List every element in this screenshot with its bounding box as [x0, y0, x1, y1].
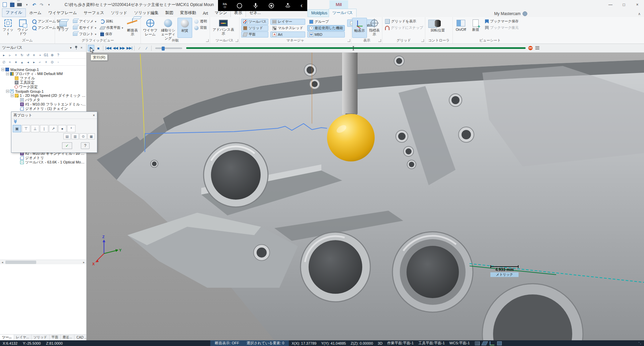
settings-icon[interactable]: ▫: [55, 59, 61, 65]
display-tool-icon[interactable]: ⊤: [22, 125, 30, 132]
view-right-button[interactable]: 右サイド▾: [71, 25, 98, 31]
tab-levels-manager[interactable]: レイヤ...: [14, 335, 32, 340]
toggle-recent-functions[interactable]: 最近使用した機能: [307, 25, 345, 31]
scroll-left-arrow-icon[interactable]: ◂: [0, 261, 5, 264]
save-icon[interactable]: [9, 1, 15, 8]
scrollbar-thumb[interactable]: [5, 261, 36, 264]
tab-recent-manager[interactable]: 最近...: [61, 335, 74, 340]
wcs-status[interactable]: WCS:平面-1: [449, 341, 470, 346]
delete-operation-icon[interactable]: ×: [43, 59, 49, 65]
tab-moldplus[interactable]: Moldplus: [308, 9, 331, 17]
speed-slider[interactable]: [155, 48, 182, 49]
ok-button[interactable]: ✓: [62, 142, 72, 149]
display-holder-icon[interactable]: ⊥: [31, 125, 39, 132]
cplane-status[interactable]: 作業平面:平面-1: [387, 341, 414, 346]
tab-wireframe[interactable]: ワイヤフレーム: [45, 9, 80, 17]
customize-quick-access-icon[interactable]: ▾: [46, 1, 52, 8]
tree-item[interactable]: Toolpath Group-1: [0, 89, 86, 93]
bookmark-restore-button[interactable]: ブックマーク復元: [484, 25, 520, 31]
tree-item[interactable]: 1 - 2D High Speed (2D ダイナミック Mill) - [WC: [0, 93, 86, 98]
backside-button[interactable]: 背面: [193, 25, 208, 31]
screen-status-icon[interactable]: [497, 341, 502, 345]
run-to-next-op-icon[interactable]: ∕: [136, 45, 143, 51]
bookmark-save-button[interactable]: ブックマーク保存: [484, 18, 520, 24]
collapse-toggle[interactable]: [6, 90, 9, 93]
display-endpoints-icon[interactable]: ●: [58, 125, 66, 132]
quality-icon[interactable]: *: [67, 125, 75, 132]
minimize-button[interactable]: —: [604, 0, 617, 9]
mode-3d[interactable]: 3D: [378, 341, 382, 345]
backplot-dialog[interactable]: 再プロット × ≫ ▣ ⊤ ⊥ | ↗ ● * ▤ ▥ ⊙ ▦ ✓ ?: [11, 112, 97, 153]
close-button[interactable]: ×: [631, 0, 644, 9]
dialog-launcher-icon[interactable]: [421, 39, 424, 42]
tab-drafting[interactable]: 製図: [162, 9, 177, 17]
simulate-icon[interactable]: ▪: [37, 52, 43, 58]
tab-art[interactable]: Art: [200, 10, 211, 17]
g1-post-icon[interactable]: G1: [43, 52, 49, 58]
graphics-viewport[interactable]: ▶ ■ |◀◀ ◀◀ ▶▶ ▶▶| ∕ ∕ 実行(R): [87, 44, 644, 340]
tab-solids[interactable]: ソリッド: [108, 9, 131, 17]
tab-toolpaths-manager[interactable]: ツー...: [0, 335, 14, 340]
backplot-progress-bar[interactable]: [186, 47, 526, 49]
step-back-button[interactable]: ◀◀: [112, 45, 118, 51]
snapshot-icon[interactable]: ⊙: [79, 133, 87, 139]
invalidate-operations-icon[interactable]: ×: [13, 52, 19, 58]
mic-sensitivity-icon[interactable]: [284, 2, 291, 9]
rotate-view-button[interactable]: 回転: [99, 18, 124, 24]
tree-item[interactable]: ワーク設定: [0, 85, 86, 89]
axes-status-icon[interactable]: [490, 341, 494, 345]
microphone-icon[interactable]: [252, 2, 259, 9]
tab-surfaces[interactable]: サーフェス: [80, 9, 107, 17]
print-dropdown-icon[interactable]: ▾: [23, 1, 30, 8]
hatch-option-icon[interactable]: ▤: [63, 133, 71, 139]
redo-icon[interactable]: ↷: [38, 1, 45, 8]
undo-icon[interactable]: ↶: [31, 1, 38, 8]
tree-item[interactable]: ジオメトリ - (1) チェイン: [0, 107, 86, 111]
tree-item[interactable]: ジオメトリ: [0, 156, 86, 160]
insert-operation-icon[interactable]: ⊕: [49, 52, 55, 58]
lock-icon[interactable]: ∅: [1, 59, 7, 65]
tab-file[interactable]: ファイル: [2, 8, 26, 17]
wcs-grid-icon[interactable]: [475, 341, 480, 345]
go-to-end-button[interactable]: ▶▶|: [126, 45, 132, 51]
collapse-toggle[interactable]: [11, 94, 14, 97]
move-up-icon[interactable]: ▴: [19, 59, 25, 65]
view-top-button[interactable]: トップ: [56, 18, 70, 38]
save-view-button[interactable]: 保存: [99, 31, 124, 37]
print-icon[interactable]: [16, 1, 23, 8]
wireframe-button[interactable]: ワイヤフレーム: [142, 18, 159, 38]
dialog-expand-icon[interactable]: ≫: [13, 119, 18, 125]
tab-model-prep[interactable]: ソリッド編集: [131, 9, 162, 17]
field-x[interactable]: X(X): 17.37789: [291, 341, 316, 345]
pin-icon[interactable]: [73, 45, 79, 50]
viewsheet-new-button[interactable]: 新規: [468, 18, 483, 38]
playbar-options-icon[interactable]: [535, 46, 539, 50]
stop-button[interactable]: ■: [95, 45, 101, 51]
collapse-toggle[interactable]: [1, 68, 4, 71]
tree-item[interactable]: プロパティ - Mill Default MM: [0, 72, 86, 76]
field-z[interactable]: Z(Z): 0.00000: [351, 341, 373, 345]
viewsheet-onoff-button[interactable]: On/Off: [453, 18, 468, 38]
account-area[interactable]: My Mastercam: [494, 11, 527, 16]
toggle-solids-manager[interactable]: ソリッド: [241, 25, 268, 31]
fit-button[interactable]: フィット: [1, 18, 15, 38]
circle-icon[interactable]: [236, 2, 243, 9]
show-pointer-button[interactable]: 指標表示: [367, 18, 382, 38]
section-view-button[interactable]: 断面表示: [125, 18, 140, 38]
tree-item[interactable]: ファイル: [0, 76, 86, 80]
advanced-display-button[interactable]: アドバンス表示: [211, 18, 236, 38]
hatch-option2-icon[interactable]: ▥: [71, 133, 79, 139]
dialog-launcher-icon[interactable]: [206, 39, 209, 42]
record-icon[interactable]: [268, 2, 275, 9]
move-down-icon[interactable]: ▾: [13, 59, 19, 65]
horizontal-scrollbar[interactable]: ◂ ▸: [0, 260, 86, 264]
dialog-launcher-icon[interactable]: [378, 39, 381, 42]
display-toolpath-icon[interactable]: ▣: [13, 125, 21, 132]
field-y[interactable]: Y(Y): 41.04885: [321, 341, 346, 345]
toggle-mbd-manager[interactable]: MBD: [307, 31, 345, 38]
toggle-toolpaths-manager[interactable]: ツールパス: [241, 19, 268, 25]
regenerate-all-icon[interactable]: ↺: [25, 52, 31, 58]
collapse-toggle[interactable]: [6, 72, 9, 75]
view-front-button[interactable]: フロント▾: [71, 31, 98, 37]
scroll-left-icon[interactable]: ◂: [25, 59, 31, 65]
